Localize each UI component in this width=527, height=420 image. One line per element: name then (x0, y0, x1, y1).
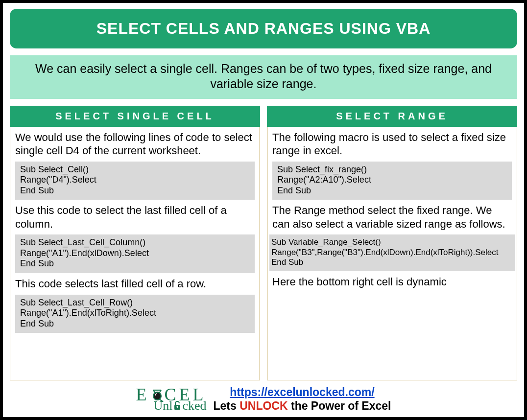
left-paragraph-2: Use this code to select the last filled … (15, 204, 255, 231)
tagline-unlock: UNLOCK (240, 399, 287, 412)
logo-bottom-text: Unl cked (153, 400, 206, 411)
logo-unl: Unl (153, 400, 172, 411)
left-code-1: Sub Select_Cell() Range("D4").Select End… (15, 162, 255, 200)
right-code-2: Sub Variable_Range_Select() Range("B3",R… (269, 234, 515, 271)
right-code-1: Sub Select_fix_range() Range("A2:A10").S… (272, 162, 512, 200)
right-column-body: The following macro is used to select a … (267, 127, 517, 294)
footer-link[interactable]: https://excelunlocked.com/ (230, 386, 374, 398)
right-column: SELECT RANGE The following macro is used… (267, 106, 517, 380)
tagline-suffix: the Power of Excel (288, 399, 391, 412)
tagline-prefix: Lets (214, 399, 240, 412)
left-column-body: We would use the following lines of code… (10, 127, 260, 339)
footer-tagline: Lets UNLOCK the Power of Excel (214, 399, 391, 412)
logo-text-e: E (136, 387, 150, 402)
left-paragraph-3: This code selects last filled cell of a … (15, 277, 255, 291)
left-column: SELECT SINGLE CELL We would use the foll… (10, 106, 260, 380)
svg-rect-7 (177, 407, 178, 408)
right-column-header: SELECT RANGE (267, 106, 517, 127)
right-paragraph-3: Here the bottom right cell is dynamic (272, 275, 512, 289)
intro-text: We can easily select a single cell. Rang… (10, 55, 517, 99)
footer-text: https://excelunlocked.com/ Lets UNLOCK t… (214, 385, 391, 414)
logo-cked: cked (182, 400, 206, 411)
footer: E CEL Unl (10, 383, 517, 414)
logo: E CEL Unl (136, 387, 207, 411)
left-code-2: Sub Select_Last_Cell_Column() Range("A1"… (15, 234, 255, 273)
left-code-3: Sub Select_Last_Cell_Row() Range("A1").E… (15, 295, 255, 333)
lock-icon (173, 401, 181, 411)
page-title: SELECT CELLS AND RANGES USING VBA (10, 9, 517, 48)
left-paragraph-1: We would use the following lines of code… (15, 131, 255, 158)
right-paragraph-2: The Range method select the fixed range.… (272, 204, 512, 231)
right-paragraph-1: The following macro is used to select a … (272, 131, 512, 158)
left-column-header: SELECT SINGLE CELL (10, 106, 260, 127)
columns-container: SELECT SINGLE CELL We would use the foll… (10, 106, 517, 380)
